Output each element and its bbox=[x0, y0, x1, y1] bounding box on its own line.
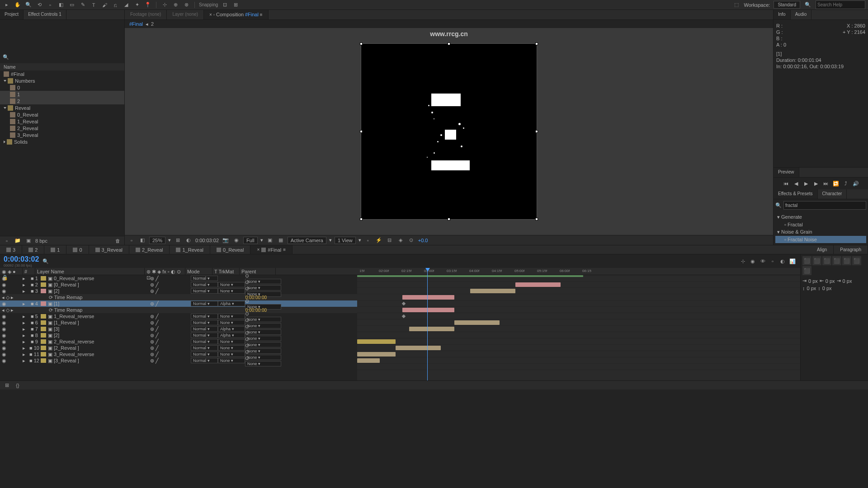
selection-tool-icon[interactable]: ▸ bbox=[3, 1, 11, 9]
project-folder[interactable]: Solids bbox=[0, 138, 124, 145]
project-item[interactable]: 0_Reveal bbox=[0, 111, 124, 118]
project-item[interactable]: 1_Reveal bbox=[0, 118, 124, 125]
resolution-dropdown[interactable]: Full bbox=[243, 237, 258, 244]
pixel-aspect-icon[interactable]: ▫ bbox=[364, 236, 372, 244]
loop-icon[interactable]: 🔁 bbox=[832, 179, 840, 188]
effects-tab[interactable]: Effects & Presets bbox=[774, 189, 818, 199]
layer-row[interactable]: ◉▸■ 4▣ [1]⊛ ╱Normal ▾Alpha ▾⊙ None ▾ bbox=[0, 300, 357, 307]
info-tab[interactable]: Info bbox=[774, 10, 791, 19]
workspace-dropdown[interactable]: Standard bbox=[774, 1, 800, 9]
project-item[interactable]: #Final bbox=[0, 70, 124, 77]
zoom-dropdown[interactable]: 25% bbox=[149, 237, 165, 244]
comp-mini-flowchart-icon[interactable]: ⊹ bbox=[739, 257, 747, 265]
grid-icon[interactable]: ⊞ bbox=[174, 236, 182, 244]
text-tool-icon[interactable]: T bbox=[90, 1, 98, 9]
preview-tab[interactable]: Preview bbox=[774, 168, 799, 177]
timeline-tab[interactable]: 2_Reveal bbox=[129, 245, 170, 254]
exposure-value[interactable]: +0.0 bbox=[418, 238, 428, 243]
shy-icon[interactable]: 👁 bbox=[759, 257, 767, 265]
timeline-tab[interactable]: 3 bbox=[0, 245, 22, 254]
layer-clip[interactable] bbox=[470, 289, 515, 293]
footage-tab[interactable]: Footage (none) bbox=[125, 10, 167, 19]
effects-search-input[interactable] bbox=[783, 201, 866, 210]
layer-row[interactable]: ◉▸■ 7▣ [3]⊛ ╱Normal ▾Alpha ▾⊙ None ▾ bbox=[0, 326, 357, 332]
first-frame-icon[interactable]: ⏮ bbox=[782, 179, 790, 188]
crumb-link[interactable]: #Final bbox=[129, 21, 143, 27]
align-left-icon[interactable]: ⬛ bbox=[802, 256, 811, 265]
transform-handle[interactable] bbox=[535, 42, 538, 45]
transform-handle[interactable] bbox=[360, 218, 363, 221]
zoom-tool-icon[interactable]: 🔍 bbox=[24, 1, 33, 9]
timeline-icon[interactable]: ⊟ bbox=[386, 236, 394, 244]
project-item[interactable]: 2 bbox=[0, 98, 124, 104]
roi-icon[interactable]: ▣ bbox=[266, 236, 274, 244]
effect-item[interactable]: ▫ Fractal Noise bbox=[775, 236, 866, 243]
character-tab[interactable]: Character bbox=[818, 189, 847, 199]
layer-row[interactable]: ◂ ◇ ▸⟳ Time Remap0:00:00:00 bbox=[0, 294, 357, 300]
frame-blend-icon[interactable]: ▫ bbox=[769, 257, 777, 265]
layer-row[interactable]: ◉▸■ 2▣ [0_Reveal ]⊛ ╱Normal ▾None ▾⊙ Non… bbox=[0, 282, 357, 288]
brush-tool-icon[interactable]: 🖌 bbox=[100, 1, 108, 9]
keyframe[interactable] bbox=[402, 302, 406, 305]
fast-preview-icon[interactable]: ⚡ bbox=[375, 236, 383, 244]
transparency-icon[interactable]: ▦ bbox=[277, 236, 285, 244]
justify-left-icon[interactable]: ⬛ bbox=[832, 256, 841, 265]
layer-row[interactable]: ◉▸■ 5▣ 1_Reveal_reverse⊛ ╱Normal ▾None ▾… bbox=[0, 313, 357, 319]
shape-tool-icon[interactable]: ▭ bbox=[68, 1, 76, 9]
clone-tool-icon[interactable]: ⎌ bbox=[111, 1, 119, 9]
time-display[interactable]: 0:00:03:02 bbox=[195, 238, 219, 243]
last-frame-icon[interactable]: ⏭ bbox=[822, 179, 830, 188]
layer-clip[interactable] bbox=[515, 282, 561, 287]
interpret-icon[interactable]: ▫ bbox=[3, 237, 11, 245]
project-folder[interactable]: Reveal bbox=[0, 104, 124, 111]
search-icon[interactable]: 🔍 bbox=[804, 1, 812, 9]
motion-blur-icon[interactable]: ◐ bbox=[778, 257, 787, 265]
expand-icon[interactable] bbox=[4, 107, 6, 109]
flowchart-icon[interactable]: ◈ bbox=[396, 236, 405, 244]
reset-exposure-icon[interactable]: ⊙ bbox=[407, 236, 415, 244]
paragraph-tab[interactable]: Paragraph bbox=[834, 245, 868, 254]
layer-clip[interactable] bbox=[454, 320, 500, 325]
project-tab[interactable]: Project bbox=[0, 10, 24, 19]
project-item[interactable]: 1 bbox=[0, 91, 124, 98]
layer-row[interactable]: ◉▸■ 12▣ [3_Reveal ]⊛ ╱Normal ▾None ▾⊙ No… bbox=[0, 357, 357, 364]
composition-viewer[interactable]: www.rrcg.cn bbox=[125, 28, 773, 235]
audio-tab[interactable]: Audio bbox=[791, 10, 812, 19]
new-folder-icon[interactable]: 📁 bbox=[14, 237, 22, 245]
pen-tool-icon[interactable]: ✎ bbox=[79, 1, 87, 9]
transform-handle[interactable] bbox=[448, 42, 450, 45]
layer-clip[interactable] bbox=[357, 352, 396, 357]
timeline-tab[interactable]: 2 bbox=[22, 245, 44, 254]
rotate-tool-icon[interactable]: ⟲ bbox=[35, 1, 43, 9]
snap-edge-icon[interactable]: ⊞ bbox=[231, 1, 240, 9]
effect-category[interactable]: ▾ Generate bbox=[775, 213, 866, 221]
layer-tab[interactable]: Layer (none) bbox=[167, 10, 204, 19]
canvas[interactable] bbox=[361, 43, 537, 220]
effect-category[interactable]: ▾ Noise & Grain bbox=[775, 228, 866, 236]
view-axis-icon[interactable]: ⊗ bbox=[182, 1, 190, 9]
prev-frame-icon[interactable]: ◀ bbox=[792, 179, 800, 188]
search-icon[interactable]: 🔍 bbox=[3, 54, 9, 61]
camera-tool-icon[interactable]: ▫ bbox=[46, 1, 54, 9]
timeline-tab[interactable]: × #Final ≡ bbox=[250, 245, 292, 254]
timeline-tab[interactable]: 1 bbox=[44, 245, 66, 254]
project-item[interactable]: 2_Reveal bbox=[0, 125, 124, 131]
graph-editor-icon[interactable]: 📊 bbox=[788, 257, 797, 265]
view-dropdown[interactable]: 1 View bbox=[335, 237, 356, 244]
play-icon[interactable]: ▶ bbox=[802, 179, 810, 188]
puppet-tool-icon[interactable]: 📍 bbox=[144, 1, 152, 9]
project-folder[interactable]: Numbers bbox=[0, 77, 124, 84]
search-icon[interactable]: 🔍 bbox=[42, 258, 49, 264]
toggle-modes-icon[interactable]: {} bbox=[14, 381, 22, 389]
layer-row[interactable]: ◉▸■ 10▣ [2_Reveal ]⊛ ╱Normal ▾None ▾⊙ No… bbox=[0, 345, 357, 351]
layer-clip[interactable] bbox=[409, 327, 454, 331]
roto-tool-icon[interactable]: ✦ bbox=[133, 1, 141, 9]
layer-row[interactable]: ◉▸■ 9▣ 2_Reveal_reverse⊛ ╱Normal ▾None ▾… bbox=[0, 338, 357, 345]
timeline-tab[interactable]: 0_Reveal bbox=[210, 245, 250, 254]
layer-row[interactable]: ◉▸■ 3▣ [2]⊛ ╱Normal ▾None ▾⊙ None ▾ bbox=[0, 288, 357, 294]
layer-row[interactable]: ◉▸■ 8▣ [2]⊛ ╱Normal ▾Alpha ▾⊙ None ▾ bbox=[0, 332, 357, 338]
transform-handle[interactable] bbox=[448, 218, 450, 221]
timeline-tab[interactable]: 3_Reveal bbox=[89, 245, 129, 254]
work-area[interactable] bbox=[357, 275, 583, 277]
mute-icon[interactable]: 🔊 bbox=[852, 179, 860, 188]
